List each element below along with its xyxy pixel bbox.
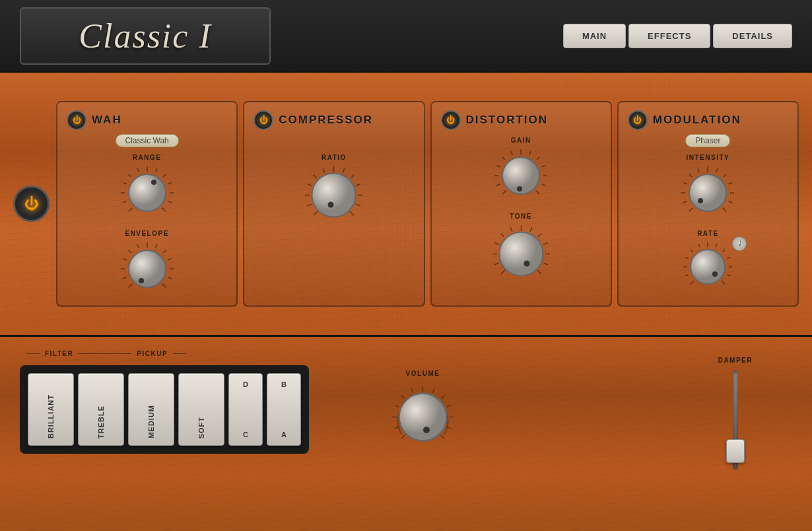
svg-line-4 — [128, 174, 131, 176]
pickup-b-label: B — [281, 380, 287, 388]
volume-label: VOLUME — [406, 370, 440, 377]
svg-line-50 — [511, 151, 512, 155]
compressor-knobs: RATIO — [302, 154, 365, 227]
compressor-ratio-label: RATIO — [321, 154, 347, 161]
brilliant-button[interactable]: BRILLIANT — [28, 373, 74, 446]
svg-point-59 — [517, 186, 522, 192]
compressor-ratio-section: RATIO — [302, 154, 365, 227]
svg-line-5 — [137, 168, 139, 172]
main-button[interactable]: MAIN — [563, 24, 626, 48]
svg-line-101 — [727, 274, 731, 275]
svg-line-0 — [128, 207, 132, 211]
distortion-gain-label: GAIN — [511, 137, 531, 144]
filter-label: FILTER — [45, 350, 73, 357]
wah-envelope-ticks — [118, 240, 176, 298]
modulation-power-icon: ⏻ — [633, 115, 642, 125]
distortion-gain-section: GAIN — [492, 137, 550, 205]
brilliant-label: BRILLIANT — [47, 394, 55, 439]
svg-line-91 — [685, 274, 689, 275]
svg-line-42 — [350, 211, 354, 215]
modulation-power-button[interactable]: ⏻ — [628, 110, 648, 130]
svg-line-72 — [537, 269, 541, 273]
modulation-intensity-label: INTENSITY — [687, 154, 730, 161]
distortion-gain-ticks — [492, 147, 550, 205]
svg-line-61 — [494, 263, 498, 265]
wah-panel: ⏻ WAH Classic Wah RANGE — [56, 101, 238, 307]
buttons-frame: BRILLIANT TREBLE MEDIUM SOFT D C B A — [20, 365, 309, 454]
distortion-title: DISTORTION — [466, 114, 549, 127]
wah-dropdown[interactable]: Classic Wah — [116, 134, 179, 147]
volume-knob-container — [388, 382, 457, 452]
svg-line-84 — [729, 182, 733, 184]
global-power-button[interactable]: ⏻ — [13, 186, 50, 222]
pickup-dc-button[interactable]: D C — [228, 373, 263, 446]
damper-slider-track — [733, 371, 738, 470]
rate-sync-button[interactable]: ♩ — [732, 236, 747, 251]
filter-pickup-section: FILTER PICKUP BRILLIANT TREBLE MEDIUM SO… — [20, 350, 309, 454]
svg-point-44 — [328, 201, 334, 207]
svg-line-33 — [308, 184, 312, 186]
svg-line-95 — [699, 244, 700, 247]
svg-line-69 — [543, 242, 547, 244]
title-box: Classic I — [20, 7, 271, 65]
pickup-label: PICKUP — [137, 350, 168, 357]
modulation-rate-knob-wrapper: ♩ — [681, 240, 735, 294]
svg-point-43 — [312, 173, 356, 217]
svg-line-90 — [691, 281, 694, 284]
svg-line-48 — [496, 165, 500, 166]
svg-line-68 — [538, 233, 541, 236]
svg-line-63 — [494, 242, 498, 244]
svg-line-65 — [510, 227, 512, 231]
svg-point-118 — [399, 394, 447, 441]
svg-line-23 — [163, 250, 166, 252]
volume-knob-svg — [388, 382, 457, 452]
modulation-intensity-knob-container — [679, 164, 737, 222]
compressor-power-icon: ⏻ — [259, 115, 268, 125]
svg-line-35 — [323, 168, 325, 172]
details-button[interactable]: DETAILS — [713, 24, 792, 48]
svg-line-109 — [401, 396, 405, 399]
volume-section: VOLUME — [388, 370, 457, 452]
modulation-knobs: INTENSITY — [679, 154, 737, 294]
compressor-ratio-knob-container — [302, 164, 365, 227]
modulation-intensity-ticks — [679, 164, 737, 222]
svg-line-26 — [168, 277, 172, 278]
pickup-a-label: A — [281, 431, 287, 439]
damper-slider-thumb[interactable] — [726, 439, 745, 463]
filter-line-right — [79, 353, 131, 354]
soft-button[interactable]: SOFT — [178, 373, 224, 446]
modulation-rate-ticks — [681, 240, 735, 294]
compressor-header: ⏻ COMPRESSOR — [254, 110, 414, 130]
svg-line-39 — [356, 184, 360, 186]
distortion-panel: ⏻ DISTORTION GAIN — [430, 101, 612, 307]
svg-line-3 — [123, 182, 127, 184]
svg-line-98 — [723, 249, 726, 252]
pickup-ba-button[interactable]: B A — [267, 373, 301, 446]
wah-power-button[interactable]: ⏻ — [67, 110, 86, 130]
svg-line-22 — [155, 244, 156, 248]
damper-label: DAMPER — [718, 357, 753, 364]
svg-line-57 — [536, 190, 540, 194]
svg-point-89 — [698, 198, 703, 203]
medium-button[interactable]: MEDIUM — [128, 373, 174, 446]
distortion-tone-ticks — [490, 223, 553, 285]
svg-line-46 — [496, 184, 500, 185]
svg-point-29 — [139, 278, 144, 283]
treble-button[interactable]: TREBLE — [78, 373, 124, 446]
distortion-power-button[interactable]: ⏻ — [441, 110, 461, 130]
svg-line-31 — [308, 204, 312, 206]
modulation-rate-section: RATE — [681, 230, 735, 294]
svg-line-18 — [123, 258, 127, 260]
effects-button[interactable]: EFFECTS — [628, 24, 710, 48]
compressor-ratio-ticks — [302, 164, 365, 227]
modulation-dropdown[interactable]: Phaser — [685, 134, 730, 147]
wah-range-label: RANGE — [133, 154, 162, 161]
damper-section: DAMPER — [718, 357, 753, 470]
svg-line-54 — [541, 165, 545, 166]
svg-line-97 — [716, 244, 717, 247]
svg-point-88 — [689, 174, 726, 211]
compressor-power-button[interactable]: ⏻ — [254, 110, 273, 130]
svg-line-94 — [691, 249, 693, 252]
distortion-gain-knob-container — [492, 147, 550, 205]
svg-line-99 — [727, 257, 731, 258]
